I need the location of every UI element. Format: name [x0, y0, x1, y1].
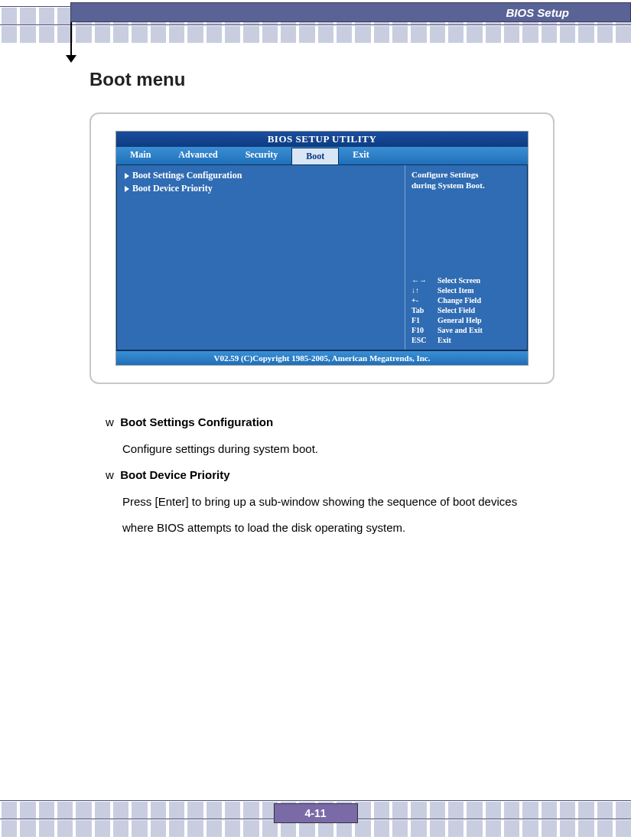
bios-key-legend: ←→Select Screen↓↑Select Item+-Change Fie…	[411, 275, 521, 345]
triangle-right-icon	[125, 186, 129, 192]
key-legend-row: +-Change Field	[411, 295, 521, 305]
bios-body: Boot Settings ConfigurationBoot Device P…	[116, 165, 528, 350]
arrow-stem	[70, 22, 72, 57]
bios-menu-item[interactable]: Boot Settings Configuration	[125, 170, 397, 181]
page-title: Boot menu	[89, 69, 185, 90]
header-title: BIOS Setup	[506, 6, 569, 19]
key-legend-row: ↓↑Select Item	[411, 285, 521, 295]
section-heading: w Boot Settings Configuration	[106, 409, 542, 436]
body-text: w Boot Settings ConfigurationConfigure s…	[106, 409, 542, 542]
help-line: during System Boot.	[411, 181, 521, 191]
bios-screenshot-frame: BIOS SETUP UTILITY MainAdvancedSecurityB…	[89, 112, 555, 384]
section-description: Configure settings during system boot.	[122, 436, 542, 463]
key-legend-row: ESCExit	[411, 335, 521, 345]
bios-menu-label: Boot Device Priority	[132, 183, 213, 194]
arrow-down-icon	[66, 55, 76, 63]
bios-tab-advanced[interactable]: Advanced	[164, 147, 231, 164]
bios-window-title: BIOS SETUP UTILITY	[116, 132, 528, 147]
bios-tab-bar: MainAdvancedSecurityBootExit	[116, 147, 528, 165]
key-legend-row: TabSelect Field	[411, 305, 521, 315]
bios-footer: V02.59 (C)Copyright 1985-2005, American …	[116, 350, 528, 365]
bios-tab-exit[interactable]: Exit	[339, 147, 382, 164]
bios-menu-item[interactable]: Boot Device Priority	[125, 183, 397, 194]
bios-help-text: Configure Settings during System Boot.	[411, 170, 521, 191]
triangle-right-icon	[125, 173, 129, 179]
bios-right-pane: Configure Settings during System Boot. ←…	[405, 165, 527, 350]
section-description: Press [Enter] to bring up a sub-window s…	[122, 489, 542, 542]
bios-tab-boot[interactable]: Boot	[291, 148, 339, 164]
bios-tab-main[interactable]: Main	[116, 147, 164, 164]
bios-menu-label: Boot Settings Configuration	[132, 170, 242, 181]
section-heading: w Boot Device Priority	[106, 462, 542, 489]
bios-left-pane: Boot Settings ConfigurationBoot Device P…	[117, 165, 405, 350]
bios-window: BIOS SETUP UTILITY MainAdvancedSecurityB…	[115, 131, 529, 366]
bios-tab-security[interactable]: Security	[232, 147, 292, 164]
key-legend-row: F1General Help	[411, 315, 521, 325]
key-legend-row: F10Save and Exit	[411, 325, 521, 335]
page-number: 4-11	[273, 803, 357, 823]
square-row	[0, 26, 631, 43]
header-bar: BIOS Setup	[70, 2, 631, 22]
help-line: Configure Settings	[411, 170, 521, 181]
key-legend-row: ←→Select Screen	[411, 275, 521, 285]
